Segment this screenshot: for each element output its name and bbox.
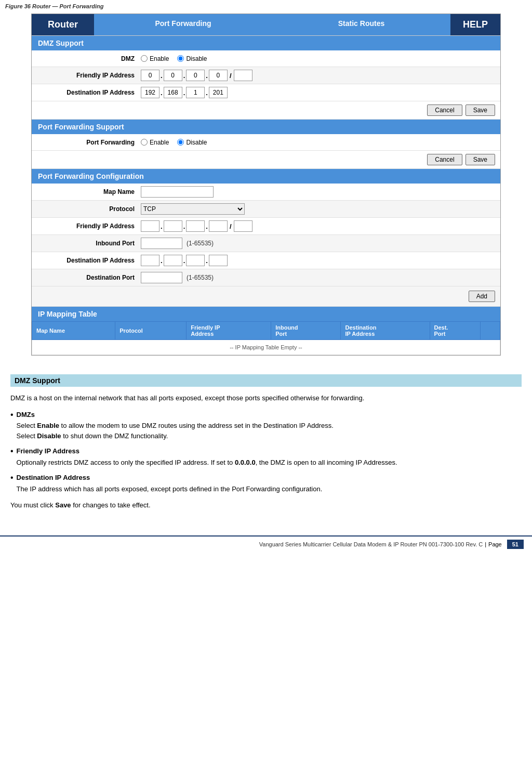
dest-port-hint: (1-65535): [187, 274, 214, 281]
dmz-dest-ip-o4[interactable]: [209, 87, 228, 98]
dmz-friendly-ip-o2[interactable]: [164, 70, 182, 81]
desc-bullet-list: • DMZs Select Enable to allow the modem …: [10, 410, 522, 494]
dmz-cancel-button[interactable]: Cancel: [427, 104, 462, 116]
figure-caption: Figure 36 Router — Port Forwarding: [0, 0, 532, 11]
map-name-input[interactable]: [141, 186, 214, 198]
desc-dmz-header: DMZ Support: [10, 374, 522, 387]
pfc-dest-ip-o4[interactable]: [209, 255, 228, 266]
dmz-section-header: DMZ Support: [32, 36, 500, 50]
dmz-dest-ip-sep1: .: [161, 89, 163, 97]
router-container: Router Port Forwarding Static Routes HEL…: [31, 14, 501, 356]
dmz-label: DMZ: [37, 55, 141, 62]
nav-static-routes[interactable]: Static Routes: [272, 14, 450, 35]
pf-config-section: Port Forwarding Configuration Map Name P…: [32, 169, 500, 307]
dmz-friendly-ip-o4[interactable]: [209, 70, 228, 81]
pfc-friendly-ip-o2[interactable]: [164, 220, 182, 232]
dmz-radio-row: DMZ Enable Disable: [32, 50, 500, 67]
pfc-friendly-ip-o3[interactable]: [186, 220, 205, 232]
figure-caption-bold: Figure 36: [5, 3, 32, 9]
dmz-support-section: DMZ Support DMZ Enable Disable Frie: [32, 36, 500, 120]
pf-support-header: Port Forwarding Support: [32, 120, 500, 134]
dmz-friendly-ip-controls: . . . /: [141, 70, 495, 81]
bullet-content-2: Friendly IP Address Optionally restricts…: [17, 446, 397, 467]
page-footer: Vanguard Series Multicarrier Cellular Da…: [0, 535, 532, 552]
mapping-col-protocol: Protocol: [115, 322, 187, 340]
dmz-dest-ip-o3[interactable]: [186, 87, 205, 98]
map-name-row: Map Name: [32, 184, 500, 201]
ip-mapping-section: IP Mapping Table Map Name Protocol Frien…: [32, 307, 500, 355]
mapping-col-inbound-port: InboundPort: [271, 322, 341, 340]
pfc-friendly-ip-o1[interactable]: [141, 220, 159, 232]
bullet-title-3: Destination IP Address: [17, 474, 90, 481]
desc-intro: DMZ is a host on the internal network th…: [10, 393, 522, 403]
pfc-friendly-ip-sep3: .: [206, 223, 208, 230]
pf-radio-row: Port Forwarding Enable Disable: [32, 134, 500, 151]
pf-disable-option[interactable]: Disable: [177, 139, 207, 146]
mapping-empty-row: -- IP Mapping Table Empty --: [32, 340, 500, 355]
dmz-disable-radio[interactable]: [177, 55, 184, 62]
dmz-dest-ip-label: Destination IP Address: [37, 89, 141, 96]
pfc-dest-ip-sep2: .: [183, 257, 185, 265]
dmz-enable-option[interactable]: Enable: [141, 55, 169, 62]
pfc-dest-ip-o2[interactable]: [164, 255, 182, 266]
desc-bullet-friendly-ip: • Friendly IP Address Optionally restric…: [10, 446, 522, 467]
dmz-friendly-ip-o3[interactable]: [186, 70, 205, 81]
pf-enable-option[interactable]: Enable: [141, 139, 169, 146]
dmz-dest-ip-o2[interactable]: [164, 87, 182, 98]
protocol-row: Protocol TCP UDP TCP/UDP: [32, 201, 500, 218]
ip-mapping-table: Map Name Protocol Friendly IPAddress Inb…: [32, 321, 500, 355]
dmz-friendly-ip-subnet[interactable]: [234, 70, 252, 81]
dmz-dest-ip-o1[interactable]: [141, 87, 159, 98]
nav-router[interactable]: Router: [32, 14, 94, 35]
dest-port-row: Destination Port (1-65535): [32, 269, 500, 286]
desc-section: DMZ Support DMZ is a host on the interna…: [0, 366, 532, 525]
pf-label: Port Forwarding: [37, 139, 141, 146]
bullet-text-3: The IP address which has all ports expos…: [17, 484, 323, 494]
footer-page-label: Page: [488, 541, 502, 547]
dmz-disable-option[interactable]: Disable: [177, 55, 207, 62]
pfc-friendly-ip-controls: . . . /: [141, 220, 495, 232]
nav-help[interactable]: HELP: [450, 14, 500, 35]
pfc-friendly-ip-subnet[interactable]: [234, 220, 252, 232]
dmz-friendly-ip-sep3: .: [206, 72, 208, 80]
pf-support-cancel-button[interactable]: Cancel: [427, 154, 462, 165]
port-forwarding-support-section: Port Forwarding Support Port Forwarding …: [32, 120, 500, 169]
mapping-col-dest-ip: DestinationIP Address: [341, 322, 430, 340]
pfc-friendly-ip-slash: /: [230, 223, 232, 230]
desc-bullet-dmzs: • DMZs Select Enable to allow the modem …: [10, 410, 522, 441]
pfc-dest-ip-o3[interactable]: [186, 255, 205, 266]
dmz-btn-row: Cancel Save: [32, 101, 500, 120]
dmz-enable-radio[interactable]: [141, 55, 148, 62]
add-button[interactable]: Add: [469, 291, 495, 302]
protocol-select[interactable]: TCP UDP TCP/UDP: [141, 203, 245, 215]
pf-support-save-button[interactable]: Save: [466, 154, 495, 165]
pfc-friendly-ip-o4[interactable]: [209, 220, 228, 232]
pfc-dest-ip-controls: . . .: [141, 255, 495, 266]
pfc-dest-ip-sep3: .: [206, 257, 208, 265]
ip-mapping-header: IP Mapping Table: [32, 307, 500, 321]
pf-support-btn-row: Cancel Save: [32, 151, 500, 169]
dmz-enable-label: Enable: [150, 55, 169, 62]
bullet-title-2: Friendly IP Address: [17, 447, 79, 455]
pf-enable-radio[interactable]: [141, 139, 148, 146]
bullet-content-1: DMZs Select Enable to allow the modem to…: [17, 410, 334, 441]
pf-disable-radio[interactable]: [177, 139, 184, 146]
pfc-dest-ip-o1[interactable]: [141, 255, 159, 266]
dmz-dest-ip-controls: . . .: [141, 87, 495, 98]
figure-caption-text: Router — Port Forwarding: [32, 3, 104, 9]
pf-config-header: Port Forwarding Configuration: [32, 169, 500, 184]
dmz-save-button[interactable]: Save: [466, 104, 495, 116]
dmz-friendly-ip-o1[interactable]: [141, 70, 159, 81]
bullet-dot-2: •: [10, 445, 14, 467]
dest-port-input[interactable]: [141, 272, 182, 283]
inbound-port-controls: (1-65535): [141, 238, 495, 249]
dmz-controls: Enable Disable: [141, 55, 495, 62]
inbound-port-input[interactable]: [141, 238, 182, 249]
map-name-label: Map Name: [37, 188, 141, 195]
dmz-dest-ip-sep2: .: [183, 89, 185, 97]
footer-page-number: 51: [507, 540, 524, 549]
nav-port-forwarding[interactable]: Port Forwarding: [94, 14, 272, 35]
pf-enable-label: Enable: [150, 139, 169, 146]
inbound-port-row: Inbound Port (1-65535): [32, 235, 500, 252]
dmz-friendly-ip-label: Friendly IP Address: [37, 72, 141, 79]
